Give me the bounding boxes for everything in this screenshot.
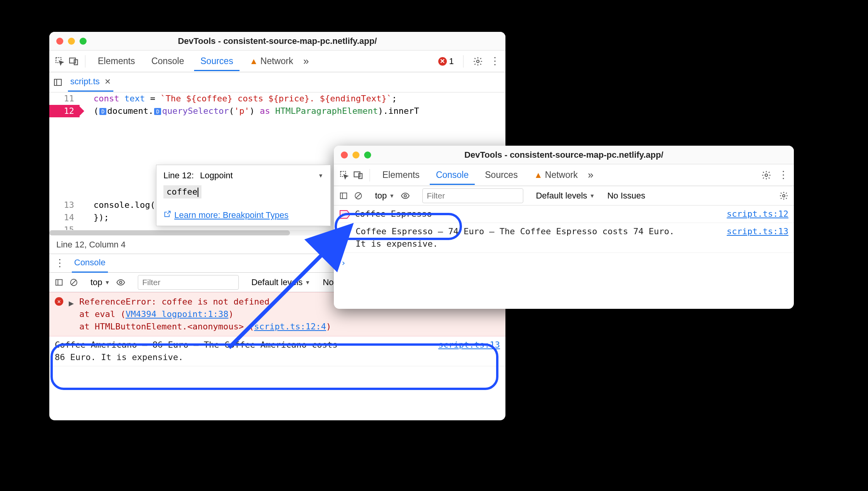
issues-label[interactable]: No Issues — [607, 191, 645, 201]
source-link[interactable]: script.ts:12 — [727, 208, 788, 220]
breakpoint-popover: Line 12: Logpoint ▼ coffee Learn more: B… — [156, 165, 331, 226]
svg-rect-6 — [56, 279, 62, 285]
drawer-tab-console[interactable]: Console — [72, 254, 108, 273]
console-prompt[interactable]: › — [334, 253, 794, 273]
log-levels-selector[interactable]: Default levels ▼ — [251, 277, 310, 287]
settings-icon[interactable] — [473, 56, 483, 66]
svg-point-15 — [765, 174, 768, 176]
svg-point-22 — [342, 214, 344, 215]
console-toolbar: top ▼ Default levels ▼ No Issues — [334, 186, 794, 205]
minimize-window-button[interactable] — [352, 151, 359, 158]
sidebar-toggle-icon[interactable] — [55, 278, 63, 287]
line-number[interactable]: 13 — [49, 199, 80, 211]
learn-more-link[interactable]: Learn more: Breakpoint Types — [163, 210, 323, 220]
svg-point-10 — [120, 281, 122, 284]
svg-point-3 — [477, 60, 479, 63]
error-icon: ✕ — [438, 57, 447, 66]
log-message: Coffee Espresso – 74 Euro – The Coffee E… — [356, 225, 686, 250]
debug-hint-icon[interactable]: D — [99, 108, 106, 115]
code-text: `The ${coffee} costs ${price}. ${endingT… — [160, 94, 392, 103]
source-link[interactable]: script.ts:13 — [727, 225, 788, 250]
tab-console[interactable]: Console — [430, 165, 475, 185]
sidebar-toggle-icon[interactable] — [339, 192, 348, 200]
log-message: Coffee Espresso — [355, 208, 727, 220]
tab-elements[interactable]: Elements — [376, 165, 426, 185]
error-icon: ✕ — [55, 297, 63, 306]
cursor-position: Line 12, Column 4 — [56, 240, 126, 250]
warning-icon: ▲ — [534, 170, 543, 180]
traffic-lights — [56, 38, 87, 45]
source-link[interactable]: script.ts:13 — [438, 339, 500, 364]
log-levels-selector[interactable]: Default levels ▼ — [536, 191, 595, 201]
minimize-window-button[interactable] — [68, 38, 75, 45]
external-link-icon — [163, 210, 171, 220]
line-number[interactable]: 14 — [49, 211, 80, 224]
clear-console-icon[interactable] — [354, 192, 363, 200]
svg-point-21 — [783, 195, 785, 197]
device-toolbar-icon[interactable] — [353, 170, 363, 180]
tab-console[interactable]: Console — [145, 51, 190, 71]
clear-console-icon[interactable] — [69, 278, 78, 287]
window-title: DevTools - consistent-source-map-pc.netl… — [334, 150, 794, 160]
logpoint-expression-input[interactable]: coffee — [163, 185, 201, 198]
log-message: Coffee Americano – 86 Euro – The Coffee … — [55, 339, 342, 364]
expand-icon[interactable]: ▶ — [69, 297, 74, 333]
console-log-entry[interactable]: Coffee Americano – 86 Euro – The Coffee … — [49, 336, 505, 366]
close-tab-icon[interactable]: ✕ — [104, 77, 111, 86]
svg-point-23 — [345, 214, 346, 215]
warning-icon: ▲ — [250, 56, 258, 66]
tab-elements[interactable]: Elements — [92, 51, 141, 71]
console-logpoint-entry[interactable]: Coffee Espresso script.ts:12 — [334, 205, 794, 223]
tab-sources[interactable]: Sources — [194, 51, 239, 71]
svg-rect-4 — [54, 79, 61, 85]
filter-input[interactable] — [138, 275, 239, 290]
maximize-window-button[interactable] — [80, 38, 87, 45]
line-number-breakpoint[interactable]: 12 — [49, 105, 80, 117]
stack-link[interactable]: VM4394 logpoint:1:38 — [125, 309, 228, 319]
filter-input[interactable] — [422, 188, 523, 203]
tab-sources[interactable]: Sources — [479, 165, 524, 185]
console-output: Coffee Espresso script.ts:12 Coffee Espr… — [334, 205, 794, 273]
traffic-lights — [341, 151, 371, 158]
popover-type-label: Logpoint — [200, 171, 233, 181]
dropdown-icon[interactable]: ▼ — [318, 172, 323, 179]
maximize-window-button[interactable] — [364, 151, 371, 158]
sidebar-toggle-icon[interactable] — [53, 78, 62, 87]
console-settings-icon[interactable] — [779, 191, 788, 200]
live-expression-icon[interactable] — [116, 278, 125, 287]
svg-point-20 — [404, 195, 406, 197]
device-toolbar-icon[interactable] — [69, 56, 79, 66]
settings-icon[interactable] — [761, 170, 771, 180]
main-toolbar: Elements Console Sources ▲ Network » ✕ 1… — [49, 50, 505, 72]
tab-network[interactable]: ▲ Network — [528, 165, 584, 185]
titlebar[interactable]: DevTools - consistent-source-map-pc.netl… — [334, 146, 794, 164]
close-window-button[interactable] — [56, 38, 63, 45]
live-expression-icon[interactable] — [401, 191, 410, 200]
titlebar[interactable]: DevTools - consistent-source-map-pc.netl… — [49, 32, 505, 50]
console-log-entry[interactable]: Coffee Espresso – 74 Euro – The Coffee E… — [334, 223, 794, 253]
debug-hint-icon[interactable]: D — [154, 108, 161, 115]
close-window-button[interactable] — [341, 151, 348, 158]
context-selector[interactable]: top▼ — [90, 277, 110, 287]
tab-network[interactable]: ▲ Network — [243, 51, 300, 71]
line-number[interactable]: 11 — [49, 92, 80, 105]
more-tabs-button[interactable]: » — [303, 55, 309, 67]
error-count-badge[interactable]: ✕ 1 — [438, 56, 454, 66]
devtools-window-console: DevTools - consistent-source-map-pc.netl… — [334, 146, 794, 309]
stack-link[interactable]: script.ts:12:4 — [254, 322, 326, 331]
popover-line-label: Line 12: — [163, 171, 194, 181]
file-tab-script[interactable]: script.ts ✕ — [68, 73, 113, 92]
logpoint-marker-icon — [339, 208, 351, 220]
svg-line-9 — [72, 280, 76, 284]
inspect-element-icon[interactable] — [55, 56, 65, 66]
more-tabs-button[interactable]: » — [588, 169, 593, 181]
svg-line-19 — [356, 193, 361, 198]
context-selector[interactable]: top ▼ — [375, 191, 394, 201]
window-title: DevTools - consistent-source-map-pc.netl… — [49, 36, 505, 46]
inspect-element-icon[interactable] — [339, 170, 349, 180]
kebab-menu-icon[interactable]: ⋮ — [55, 257, 65, 269]
svg-rect-16 — [340, 193, 347, 198]
kebab-menu-icon[interactable]: ⋮ — [490, 55, 500, 67]
kebab-menu-icon[interactable]: ⋮ — [778, 169, 788, 181]
scrollbar-thumb[interactable] — [49, 230, 290, 235]
